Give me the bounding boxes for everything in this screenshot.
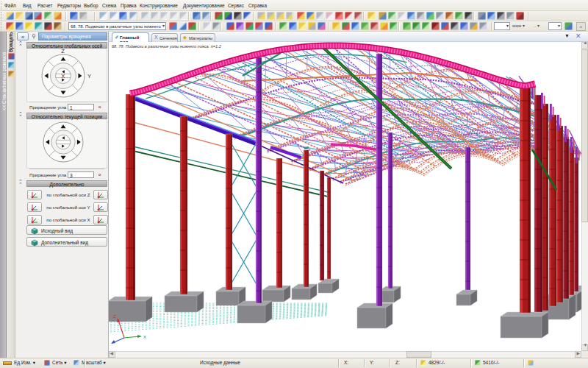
svg-text:Z: Z: [113, 314, 116, 319]
svg-text:X: X: [61, 73, 65, 79]
svg-text:Y: Y: [87, 73, 91, 79]
svg-text:Z: Z: [61, 49, 65, 54]
svg-text:X: X: [143, 335, 146, 339]
